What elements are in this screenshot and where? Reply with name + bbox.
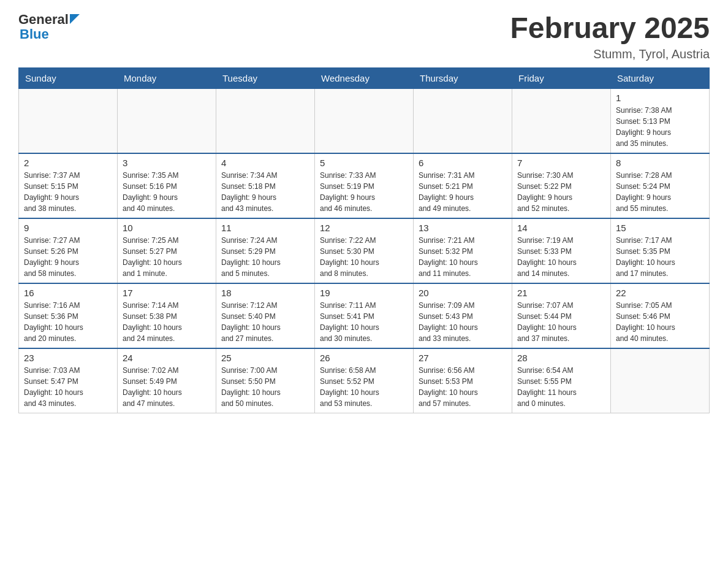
table-row: 11Sunrise: 7:24 AM Sunset: 5:29 PM Dayli… [216,218,315,283]
day-number: 9 [24,223,112,233]
day-number: 6 [419,158,507,168]
day-info: Sunrise: 7:27 AM Sunset: 5:26 PM Dayligh… [24,235,112,279]
table-row: 9Sunrise: 7:27 AM Sunset: 5:26 PM Daylig… [19,218,118,283]
day-info: Sunrise: 7:28 AM Sunset: 5:24 PM Dayligh… [616,170,704,214]
calendar-week-row: 2Sunrise: 7:37 AM Sunset: 5:15 PM Daylig… [19,153,710,218]
table-row: 25Sunrise: 7:00 AM Sunset: 5:50 PM Dayli… [216,348,315,413]
table-row: 26Sunrise: 6:58 AM Sunset: 5:52 PM Dayli… [315,348,414,413]
calendar-week-row: 16Sunrise: 7:16 AM Sunset: 5:36 PM Dayli… [19,283,710,348]
table-row: 18Sunrise: 7:12 AM Sunset: 5:40 PM Dayli… [216,283,315,348]
day-number: 13 [419,223,507,233]
day-number: 2 [24,158,112,168]
day-info: Sunrise: 7:25 AM Sunset: 5:27 PM Dayligh… [123,235,211,279]
day-number: 15 [616,223,704,233]
day-info: Sunrise: 7:31 AM Sunset: 5:21 PM Dayligh… [419,170,507,214]
day-info: Sunrise: 7:30 AM Sunset: 5:22 PM Dayligh… [517,170,605,214]
header-monday: Monday [118,67,216,88]
header-thursday: Thursday [414,67,512,88]
day-info: Sunrise: 6:58 AM Sunset: 5:52 PM Dayligh… [320,365,408,409]
day-info: Sunrise: 7:00 AM Sunset: 5:50 PM Dayligh… [221,365,309,409]
day-info: Sunrise: 7:34 AM Sunset: 5:18 PM Dayligh… [221,170,309,214]
title-block: February 2025 Stumm, Tyrol, Austria [510,12,710,61]
table-row: 15Sunrise: 7:17 AM Sunset: 5:35 PM Dayli… [611,218,710,283]
day-info: Sunrise: 7:16 AM Sunset: 5:36 PM Dayligh… [24,300,112,344]
day-number: 20 [419,288,507,298]
day-info: Sunrise: 7:21 AM Sunset: 5:32 PM Dayligh… [419,235,507,279]
table-row: 4Sunrise: 7:34 AM Sunset: 5:18 PM Daylig… [216,153,315,218]
svg-marker-0 [70,14,80,24]
day-number: 5 [320,158,408,168]
day-number: 10 [123,223,211,233]
day-info: Sunrise: 7:22 AM Sunset: 5:30 PM Dayligh… [320,235,408,279]
day-number: 23 [24,353,112,363]
day-info: Sunrise: 7:14 AM Sunset: 5:38 PM Dayligh… [123,300,211,344]
day-number: 21 [517,288,605,298]
day-number: 7 [517,158,605,168]
table-row [611,348,710,413]
day-number: 19 [320,288,408,298]
header-saturday: Saturday [611,67,710,88]
day-info: Sunrise: 7:03 AM Sunset: 5:47 PM Dayligh… [24,365,112,409]
table-row: 28Sunrise: 6:54 AM Sunset: 5:55 PM Dayli… [512,348,611,413]
table-row [216,88,315,153]
day-info: Sunrise: 6:54 AM Sunset: 5:55 PM Dayligh… [517,365,605,409]
day-info: Sunrise: 7:07 AM Sunset: 5:44 PM Dayligh… [517,300,605,344]
table-row: 3Sunrise: 7:35 AM Sunset: 5:16 PM Daylig… [118,153,216,218]
calendar-header-row: Sunday Monday Tuesday Wednesday Thursday… [19,67,710,88]
table-row [19,88,118,153]
calendar-table: Sunday Monday Tuesday Wednesday Thursday… [18,67,710,413]
calendar-week-row: 23Sunrise: 7:03 AM Sunset: 5:47 PM Dayli… [19,348,710,413]
table-row: 20Sunrise: 7:09 AM Sunset: 5:43 PM Dayli… [414,283,512,348]
day-info: Sunrise: 7:02 AM Sunset: 5:49 PM Dayligh… [123,365,211,409]
day-info: Sunrise: 6:56 AM Sunset: 5:53 PM Dayligh… [419,365,507,409]
month-title: February 2025 [510,12,710,45]
day-info: Sunrise: 7:09 AM Sunset: 5:43 PM Dayligh… [419,300,507,344]
table-row: 23Sunrise: 7:03 AM Sunset: 5:47 PM Dayli… [19,348,118,413]
calendar-week-row: 9Sunrise: 7:27 AM Sunset: 5:26 PM Daylig… [19,218,710,283]
day-number: 14 [517,223,605,233]
day-info: Sunrise: 7:12 AM Sunset: 5:40 PM Dayligh… [221,300,309,344]
day-number: 16 [24,288,112,298]
header-wednesday: Wednesday [315,67,414,88]
table-row: 24Sunrise: 7:02 AM Sunset: 5:49 PM Dayli… [118,348,216,413]
header-tuesday: Tuesday [216,67,315,88]
day-number: 1 [616,93,704,103]
day-number: 22 [616,288,704,298]
table-row [118,88,216,153]
day-number: 12 [320,223,408,233]
location-text: Stumm, Tyrol, Austria [510,47,710,61]
table-row: 6Sunrise: 7:31 AM Sunset: 5:21 PM Daylig… [414,153,512,218]
logo-blue-text: Blue [20,27,80,42]
logo-arrow-icon [70,14,80,24]
day-number: 25 [221,353,309,363]
day-number: 11 [221,223,309,233]
day-number: 28 [517,353,605,363]
day-number: 17 [123,288,211,298]
table-row [512,88,611,153]
table-row: 5Sunrise: 7:33 AM Sunset: 5:19 PM Daylig… [315,153,414,218]
table-row: 19Sunrise: 7:11 AM Sunset: 5:41 PM Dayli… [315,283,414,348]
day-number: 8 [616,158,704,168]
header-sunday: Sunday [19,67,118,88]
table-row: 17Sunrise: 7:14 AM Sunset: 5:38 PM Dayli… [118,283,216,348]
day-info: Sunrise: 7:05 AM Sunset: 5:46 PM Dayligh… [616,300,704,344]
table-row: 16Sunrise: 7:16 AM Sunset: 5:36 PM Dayli… [19,283,118,348]
day-info: Sunrise: 7:37 AM Sunset: 5:15 PM Dayligh… [24,170,112,214]
day-info: Sunrise: 7:17 AM Sunset: 5:35 PM Dayligh… [616,235,704,279]
day-info: Sunrise: 7:38 AM Sunset: 5:13 PM Dayligh… [616,105,704,149]
table-row: 22Sunrise: 7:05 AM Sunset: 5:46 PM Dayli… [611,283,710,348]
day-info: Sunrise: 7:11 AM Sunset: 5:41 PM Dayligh… [320,300,408,344]
page-header: General Blue February 2025 Stumm, Tyrol,… [18,12,710,61]
table-row: 10Sunrise: 7:25 AM Sunset: 5:27 PM Dayli… [118,218,216,283]
table-row: 2Sunrise: 7:37 AM Sunset: 5:15 PM Daylig… [19,153,118,218]
calendar-week-row: 1Sunrise: 7:38 AM Sunset: 5:13 PM Daylig… [19,88,710,153]
day-info: Sunrise: 7:19 AM Sunset: 5:33 PM Dayligh… [517,235,605,279]
day-number: 3 [123,158,211,168]
table-row [315,88,414,153]
logo: General Blue [18,12,80,42]
table-row: 12Sunrise: 7:22 AM Sunset: 5:30 PM Dayli… [315,218,414,283]
table-row: 13Sunrise: 7:21 AM Sunset: 5:32 PM Dayli… [414,218,512,283]
logo-general-text: General [18,12,69,27]
table-row [414,88,512,153]
day-info: Sunrise: 7:35 AM Sunset: 5:16 PM Dayligh… [123,170,211,214]
